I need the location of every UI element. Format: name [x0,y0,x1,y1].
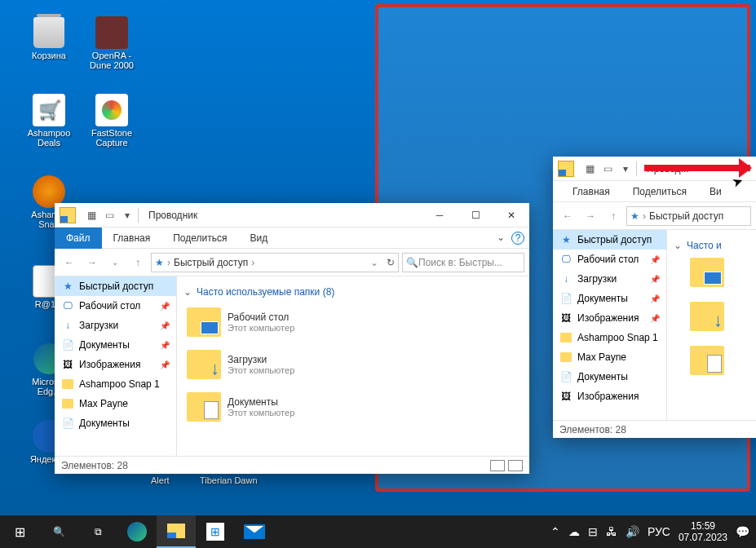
desktop-icon-ashampoo-deals[interactable]: 🛒Ashampoo Deals [20,94,77,148]
search-button[interactable]: 🔍 [39,515,78,548]
back-button[interactable]: ← [558,206,577,226]
qat-newfolder-icon[interactable]: ▭ [600,161,615,176]
tab-file[interactable]: Файл [55,228,102,249]
folder-documents[interactable]: ДокументыЭтот компьютер [183,389,523,425]
search-placeholder: Поиск в: Быстры... [418,257,502,268]
nav-documents[interactable]: 📄Документы📌 [55,335,176,355]
minimize-button[interactable]: ─ [422,203,458,228]
address-bar[interactable]: ★ › Быстрый доступ [626,206,751,226]
explorer-window-2[interactable]: ▦ ▭ ▾ Провод... Главная Поделиться Ви ← … [553,157,756,438]
tab-share[interactable]: Поделиться [621,181,698,202]
explorer-window-1[interactable]: ▦ ▭ ▾ Проводник ─ ☐ ✕ Файл Главная Подел… [55,203,529,474]
nav-documents[interactable]: 📄Документы [553,367,666,387]
content-pane[interactable]: ⌄Часто используемые папки (8) Рабочий ст… [177,276,529,456]
folder-icon[interactable] [690,346,724,375]
up-button[interactable]: ↑ [603,206,623,226]
tab-view[interactable]: Вид [238,228,279,249]
star-icon: ★ [559,233,573,246]
view-large-icon[interactable] [508,460,523,471]
ribbon-help: ⌄ ? [497,232,524,245]
tab-share[interactable]: Поделиться [161,228,238,249]
tray-language[interactable]: РУС [648,525,670,538]
desktop-icon-recycle-bin[interactable]: Корзина [20,16,77,60]
qat-properties-icon[interactable]: ▦ [582,161,597,176]
tray-onedrive-icon[interactable]: ☁ [568,525,580,538]
tray-overflow-icon[interactable]: ⌃ [550,525,560,538]
nav-desktop[interactable]: 🖵Рабочий стол📌 [55,296,176,316]
taskbar-store[interactable]: ⊞ [196,515,235,548]
help-icon[interactable]: ? [511,232,524,245]
view-details-icon[interactable] [490,460,505,471]
recycle-bin-icon [33,17,64,48]
group-header[interactable]: ⌄Часто используемые папки (8) [183,286,523,298]
qat-dropdown-icon[interactable]: ▾ [618,161,633,176]
qat-newfolder-icon[interactable]: ▭ [102,208,117,223]
folder-location: Этот компьютер [228,365,294,375]
nav-folder[interactable]: Max Payne [553,347,666,367]
nav-pictures[interactable]: 🖼Изображения [553,387,666,406]
navigation-pane[interactable]: ★Быстрый доступ 🖵Рабочий стол📌 ↓Загрузки… [553,230,667,420]
folder-icon[interactable] [690,302,724,331]
tab-view[interactable]: Ви [698,181,733,202]
desktop-icon-openra[interactable]: OpenRA - Dune 2000 [83,16,140,70]
nav-downloads[interactable]: ↓Загрузки📌 [55,316,176,335]
nav-folder[interactable]: Ashampoo Snap 1 [55,374,176,394]
desktop-label[interactable]: Alert [151,475,170,485]
nav-documents[interactable]: 📄Документы [55,413,176,433]
content-pane[interactable]: ⌄Часто и [667,230,756,420]
qat-dropdown-icon[interactable]: ▾ [120,208,135,223]
tab-home[interactable]: Главная [561,181,621,202]
forward-button[interactable]: → [82,253,102,272]
forward-button[interactable]: → [581,206,600,226]
recent-dropdown-icon[interactable]: ⌄ [105,253,125,272]
close-button[interactable]: ✕ [493,203,529,228]
nav-documents[interactable]: 📄Документы📌 [553,289,666,308]
start-button[interactable]: ⊞ [0,515,39,548]
nav-pictures[interactable]: 🖼Изображения📌 [553,308,666,328]
folder-desktop[interactable]: Рабочий столЭтот компьютер [183,304,523,340]
nav-label: Max Payne [79,398,128,409]
titlebar[interactable]: ▦ ▭ ▾ Проводник ─ ☐ ✕ [55,203,529,228]
folder-icon[interactable] [690,258,724,287]
taskbar[interactable]: ⊞ 🔍 ⧉ ⊞ ⌃ ☁ ⊟ 🖧 🔊 РУС 15:5907.07.2023 💬 [0,515,756,548]
up-button[interactable]: ↑ [128,253,148,272]
qat-properties-icon[interactable]: ▦ [84,208,99,223]
maximize-button[interactable]: ☐ [458,203,493,228]
address-bar[interactable]: ★ › Быстрый доступ › ⌄ ↻ [151,253,399,272]
folder-downloads[interactable]: ЗагрузкиЭтот компьютер [183,347,523,382]
nav-downloads[interactable]: ↓Загрузки📌 [553,269,666,289]
chevron-down-icon[interactable]: ⌄ [497,232,505,245]
status-bar: Элементов: 28 [553,420,756,438]
task-view-button[interactable]: ⧉ [78,515,117,548]
navigation-pane[interactable]: ★Быстрый доступ 🖵Рабочий стол📌 ↓Загрузки… [55,276,177,456]
group-header[interactable]: ⌄Часто и [674,240,749,251]
folder-location: Этот компьютер [228,323,294,333]
nav-quick-access[interactable]: ★Быстрый доступ [55,276,176,296]
edge-icon [127,522,147,541]
nav-folder[interactable]: Max Payne [55,394,176,413]
nav-desktop[interactable]: 🖵Рабочий стол📌 [553,250,666,269]
search-icon: 🔍 [406,257,418,268]
tray-network-icon[interactable]: 🖧 [606,525,617,538]
tray-clock[interactable]: 15:5907.07.2023 [679,520,727,544]
quick-access-toolbar: ▦ ▭ ▾ [582,161,633,176]
taskbar-explorer[interactable] [157,515,196,548]
tab-home[interactable]: Главная [102,228,162,249]
tray-volume-icon[interactable]: 🔊 [626,525,639,538]
desktop-icon-faststone[interactable]: FastStone Capture [83,94,140,148]
desktop-label[interactable]: Tiberian Dawn [200,475,258,485]
tray-meet-icon[interactable]: ⊟ [588,525,598,538]
nav-quick-access[interactable]: ★Быстрый доступ [553,230,666,250]
icon-label: OpenRA - Dune 2000 [83,51,140,70]
taskbar-mail[interactable] [235,515,274,548]
nav-label: Ashampoo Snap 1 [79,378,160,390]
tray-notifications-icon[interactable]: 💬 [736,525,749,538]
taskbar-edge[interactable] [117,515,157,548]
refresh-icon[interactable]: ↻ [387,257,395,268]
back-button[interactable]: ← [60,253,79,272]
nav-pictures[interactable]: 🖼Изображения📌 [55,355,176,374]
breadcrumb[interactable]: Быстрый доступ [649,210,723,222]
nav-folder[interactable]: Ashampoo Snap 1 [553,328,666,347]
search-input[interactable]: 🔍 Поиск в: Быстры... [402,253,524,272]
breadcrumb[interactable]: Быстрый доступ [174,257,248,268]
